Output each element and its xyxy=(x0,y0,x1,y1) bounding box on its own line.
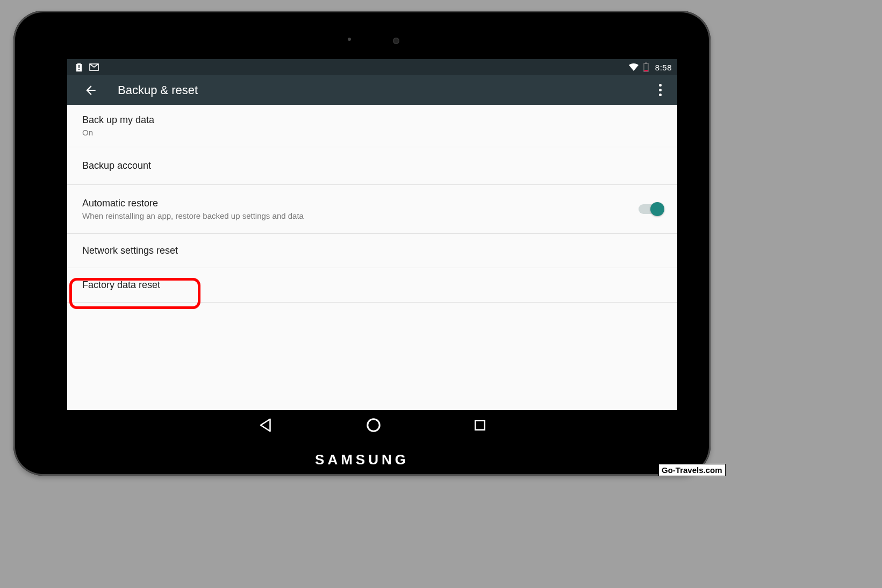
automatic-restore-toggle[interactable] xyxy=(639,204,662,214)
nav-recent-button[interactable] xyxy=(473,418,487,432)
settings-list: Back up my data On Backup account Automa… xyxy=(67,105,677,303)
nav-back-button[interactable] xyxy=(258,417,274,433)
toggle-knob xyxy=(650,202,664,216)
sensor-dot xyxy=(348,38,351,41)
svg-rect-5 xyxy=(475,420,484,429)
mail-icon xyxy=(89,63,99,71)
screen: 8:58 Backup & reset Back up my data xyxy=(67,59,677,410)
status-bar: 8:58 xyxy=(67,59,677,75)
item-subtitle: When reinstalling an app, restore backed… xyxy=(82,211,639,220)
tablet-frame: 8:58 Backup & reset Back up my data xyxy=(13,11,711,476)
nav-home-button[interactable] xyxy=(365,417,382,433)
svg-point-4 xyxy=(367,419,379,432)
battery-alert-icon xyxy=(76,62,82,72)
item-backup-account[interactable]: Backup account xyxy=(67,147,677,185)
item-network-settings-reset[interactable]: Network settings reset xyxy=(67,234,677,268)
status-clock: 8:58 xyxy=(655,63,672,72)
battery-icon xyxy=(643,62,649,72)
brand-logo: SAMSUNG xyxy=(13,451,711,468)
item-subtitle: On xyxy=(82,128,662,137)
app-bar: Backup & reset xyxy=(67,75,677,105)
item-title: Automatic restore xyxy=(82,198,639,209)
item-title: Factory data reset xyxy=(82,279,662,291)
item-title: Back up my data xyxy=(82,114,662,126)
item-title: Backup account xyxy=(82,160,662,171)
page-title: Backup & reset xyxy=(118,83,198,97)
item-factory-data-reset[interactable]: Factory data reset xyxy=(67,268,677,303)
navigation-bar xyxy=(67,411,677,439)
svg-rect-2 xyxy=(645,63,647,64)
wifi-icon xyxy=(628,63,639,71)
item-backup-my-data[interactable]: Back up my data On xyxy=(67,105,677,147)
back-button[interactable] xyxy=(82,82,99,99)
overflow-menu-button[interactable] xyxy=(654,82,666,98)
front-camera xyxy=(393,38,399,44)
svg-rect-3 xyxy=(644,70,648,71)
item-title: Network settings reset xyxy=(82,245,662,256)
item-automatic-restore[interactable]: Automatic restore When reinstalling an a… xyxy=(67,185,677,234)
watermark: Go-Travels.com xyxy=(658,464,726,476)
